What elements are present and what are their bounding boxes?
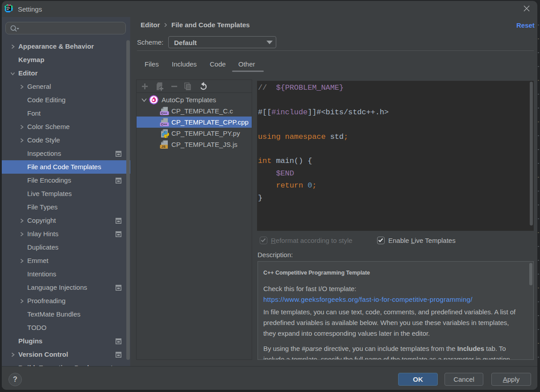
svg-text:C++: C++ xyxy=(161,112,167,115)
svg-text:CL: CL xyxy=(7,6,10,9)
svg-text:JS: JS xyxy=(162,145,166,149)
svg-text:C++: C++ xyxy=(161,123,167,126)
